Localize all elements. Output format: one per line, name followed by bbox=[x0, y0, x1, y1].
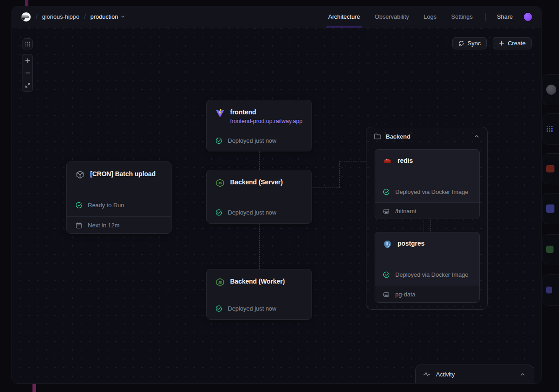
service-card-backend-worker[interactable]: JS Backend (Worker) Deployed just now bbox=[206, 269, 312, 320]
tab-observability[interactable]: Observability bbox=[375, 6, 409, 27]
share-button[interactable]: Share bbox=[497, 13, 513, 20]
status-row: Ready to Run bbox=[75, 202, 124, 209]
peek-card-5 bbox=[543, 234, 559, 264]
app-window: / glorious-hippo / production Architectu… bbox=[12, 6, 541, 383]
indigo-square-icon bbox=[546, 204, 554, 213]
card-text: frontend frontend-prod.up.railway.app bbox=[230, 108, 302, 124]
layout-grid-button[interactable] bbox=[22, 38, 33, 49]
breadcrumb-slash: / bbox=[84, 13, 86, 21]
canvas-actions: Sync Create bbox=[452, 37, 532, 49]
service-domain-link[interactable]: frontend-prod.up.railway.app bbox=[230, 118, 302, 124]
volume-path: pg-data bbox=[395, 291, 415, 298]
sync-label: Sync bbox=[468, 40, 481, 47]
service-title: postgres bbox=[398, 239, 425, 247]
service-title: Backend (Server) bbox=[230, 178, 283, 186]
edge-server-group-h2 bbox=[339, 161, 366, 161]
service-title: redis bbox=[398, 156, 413, 165]
service-card-redis[interactable]: redis Deployed via Docker Image /bitna bbox=[375, 149, 480, 219]
volume-path: /bitnami bbox=[395, 208, 416, 215]
service-card-backend-server[interactable]: JS Backend (Server) Deployed just now bbox=[206, 170, 312, 224]
chevron-up-icon[interactable] bbox=[520, 371, 526, 377]
check-circle-icon bbox=[383, 271, 390, 278]
status-text: Deployed just now bbox=[228, 137, 276, 144]
folder-icon bbox=[374, 133, 381, 140]
activity-pulse-icon bbox=[423, 371, 430, 378]
nodejs-icon: JS bbox=[215, 178, 225, 188]
card-head: JS Backend (Worker) bbox=[207, 269, 312, 287]
breadcrumb: / glorious-hippo / production bbox=[21, 12, 125, 22]
tab-logs[interactable]: Logs bbox=[424, 6, 436, 27]
status-text: Deployed via Docker Image bbox=[395, 271, 468, 278]
tab-settings[interactable]: Settings bbox=[451, 6, 473, 27]
chevron-up-icon[interactable] bbox=[473, 133, 480, 140]
create-label: Create bbox=[508, 40, 526, 47]
status-row: Deployed just now bbox=[215, 209, 276, 216]
zoom-out-button[interactable] bbox=[22, 67, 32, 79]
grid-dots-icon bbox=[25, 41, 31, 47]
violet-square-icon bbox=[546, 287, 552, 294]
check-circle-icon bbox=[383, 188, 390, 195]
magenta-edge-top bbox=[25, 0, 28, 6]
group-title: Backend bbox=[386, 133, 469, 140]
plus-icon bbox=[25, 58, 31, 64]
check-circle-icon bbox=[215, 137, 222, 144]
nav-tabs: Architecture Observability Logs Settings bbox=[328, 6, 473, 27]
activity-label: Activity bbox=[436, 371, 514, 378]
card-head: JS Backend (Server) bbox=[207, 170, 312, 188]
minus-icon bbox=[25, 70, 31, 76]
expand-icon bbox=[25, 82, 31, 88]
avatar[interactable] bbox=[524, 13, 532, 21]
volume-icon bbox=[383, 208, 390, 215]
activity-panel[interactable]: Activity bbox=[415, 365, 533, 383]
sync-icon bbox=[458, 40, 464, 46]
status-text: Deployed just now bbox=[228, 305, 276, 312]
edge-server-group-h1 bbox=[312, 188, 340, 188]
status-text: Ready to Run bbox=[88, 202, 124, 209]
zoom-controls bbox=[22, 54, 33, 92]
environment-label: production bbox=[90, 13, 118, 20]
card-body: postgres Deployed via Docker Image bbox=[375, 232, 479, 285]
page: { "navbar": { "project": "glorious-hippo… bbox=[0, 0, 559, 392]
service-card-postgres[interactable]: postgres Deployed via Docker Image pg- bbox=[375, 232, 480, 303]
edge-server-group-v bbox=[339, 161, 340, 188]
card-body: redis Deployed via Docker Image bbox=[375, 150, 479, 202]
green-square-icon bbox=[546, 246, 554, 253]
check-circle-icon bbox=[215, 209, 222, 216]
edge-frontend-server bbox=[259, 151, 260, 170]
volume-row: pg-data bbox=[375, 285, 479, 303]
magenta-edge-bottom bbox=[32, 384, 36, 392]
cron-schedule-row: Next in 12m bbox=[67, 216, 171, 234]
blue-dots-icon bbox=[546, 125, 554, 133]
service-card-frontend[interactable]: frontend frontend-prod.up.railway.app De… bbox=[206, 100, 312, 151]
gray-circle-icon bbox=[546, 85, 556, 95]
create-button[interactable]: Create bbox=[493, 37, 532, 49]
svg-text:JS: JS bbox=[218, 182, 222, 185]
peek-card-2 bbox=[543, 113, 559, 145]
group-header[interactable]: Backend bbox=[366, 127, 487, 145]
cube-icon bbox=[75, 170, 85, 179]
service-card-cron[interactable]: [CRON] Batch upload Ready to Run Next in… bbox=[66, 161, 172, 234]
zoom-in-button[interactable] bbox=[22, 54, 32, 67]
card-head: redis bbox=[375, 150, 479, 166]
sync-button[interactable]: Sync bbox=[452, 37, 487, 49]
edge-server-worker bbox=[259, 224, 260, 269]
railway-logo-icon[interactable] bbox=[21, 12, 31, 22]
card-head: postgres bbox=[375, 232, 479, 249]
peek-card-1 bbox=[543, 74, 559, 105]
service-group-backend: Backend redis bbox=[366, 127, 488, 310]
svg-text:JS: JS bbox=[218, 281, 222, 284]
peek-card-4 bbox=[543, 193, 559, 224]
navbar: / glorious-hippo / production Architectu… bbox=[12, 6, 541, 27]
architecture-canvas[interactable]: Sync Create bbox=[12, 27, 541, 383]
volume-row: /bitnami bbox=[375, 202, 479, 219]
breadcrumb-environment[interactable]: production bbox=[90, 13, 125, 20]
calendar-icon bbox=[75, 222, 82, 229]
nav-divider bbox=[485, 13, 486, 21]
breadcrumb-project[interactable]: glorious-hippo bbox=[42, 13, 80, 20]
tab-architecture[interactable]: Architecture bbox=[328, 6, 360, 27]
service-title: frontend bbox=[230, 108, 302, 116]
status-row: Deployed via Docker Image bbox=[383, 271, 468, 278]
status-text: Deployed just now bbox=[228, 209, 276, 216]
fit-view-button[interactable] bbox=[22, 79, 32, 91]
red-blob-icon bbox=[546, 165, 554, 172]
